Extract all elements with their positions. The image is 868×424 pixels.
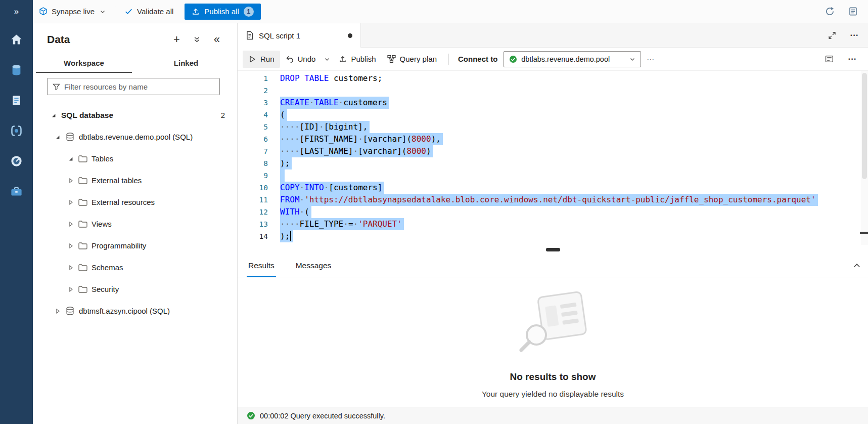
text-cursor (290, 231, 291, 241)
rail-item-manage[interactable] (0, 176, 33, 206)
overview-ruler-mark (860, 232, 868, 234)
rail-item-home[interactable] (0, 24, 33, 55)
code-line-2[interactable]: 2 (238, 84, 868, 97)
tab-messages[interactable]: Messages (294, 254, 333, 277)
folder-icon (78, 264, 87, 271)
rail-item-data[interactable] (0, 55, 33, 85)
no-results-illustration (515, 288, 591, 355)
tab-results[interactable]: Results (247, 254, 276, 277)
rail-item-integrate[interactable] (0, 115, 33, 146)
code-line-3[interactable]: 3CREATE·TABLE·customers (238, 97, 868, 109)
line-number: 4 (238, 109, 268, 121)
panel-splitter[interactable] (238, 245, 868, 254)
code-line-4[interactable]: 4( (238, 109, 868, 121)
results-tab-bar: Results Messages (238, 254, 868, 277)
toolbar-more-button[interactable]: ··· (641, 51, 660, 68)
expanded-twistie-icon[interactable] (54, 134, 61, 141)
filter-input[interactable] (64, 82, 214, 91)
release-notes-button[interactable] (845, 4, 861, 20)
tab-workspace[interactable]: Workspace (33, 53, 135, 73)
tab-linked[interactable]: Linked (135, 53, 237, 73)
code-line-content: ····[LAST_NAME]·[varchar](8000) (280, 145, 433, 157)
tree-item-tables[interactable]: Tables (33, 148, 237, 169)
tree-item-security[interactable]: Security (33, 278, 237, 300)
run-button[interactable]: Run (243, 51, 280, 68)
mode-switcher[interactable]: Synapse live (33, 0, 112, 23)
query-plan-button[interactable]: Query plan (382, 51, 442, 68)
splitter-handle-icon[interactable] (546, 248, 560, 251)
line-number: 5 (238, 121, 268, 133)
code-line-1[interactable]: 1DROP TABLE customers; (238, 72, 868, 84)
connect-to-label: Connect to (458, 55, 497, 63)
publish-button[interactable]: Publish (333, 51, 381, 68)
collapsed-twistie-icon[interactable] (67, 177, 74, 184)
tree-item-label: dbtlabs.revenue.demo.pool (SQL) (79, 133, 193, 141)
pool-select[interactable]: dbtlabs.revenue.demo.pool (504, 51, 641, 67)
validate-all-button[interactable]: Validate all (118, 0, 179, 23)
filter-funnel-icon (53, 83, 60, 91)
tree-item-sql-database[interactable]: SQL database2 (33, 104, 237, 126)
validate-check-icon (124, 7, 133, 16)
tree-item-external-tables[interactable]: External tables (33, 169, 237, 191)
toolbar-overflow-button[interactable]: ··· (844, 51, 861, 68)
code-line-6[interactable]: 6····[FIRST_NAME]·[varchar](8000), (238, 133, 868, 145)
collapsed-twistie-icon[interactable] (67, 199, 74, 206)
rail-item-develop[interactable] (0, 85, 33, 115)
code-line-7[interactable]: 7····[LAST_NAME]·[varchar](8000) (238, 145, 868, 157)
tree-item-schemas[interactable]: Schemas (33, 257, 237, 278)
code-editor[interactable]: 1DROP TABLE customers;23CREATE·TABLE·cus… (238, 71, 868, 245)
code-line-13[interactable]: 13····FILE_TYPE·=·'PARQUET' (238, 218, 868, 230)
undo-dropdown-button[interactable] (321, 51, 333, 68)
code-line-content: ····[FIRST_NAME]·[varchar](8000), (280, 133, 443, 145)
double-chevron-down-icon[interactable] (193, 36, 201, 44)
undo-button[interactable]: Undo (280, 51, 322, 68)
collapsed-twistie-icon[interactable] (54, 308, 61, 315)
publish-all-button[interactable]: Publish all 1 (185, 4, 260, 20)
tree-item-external-resources[interactable]: External resources (33, 191, 237, 213)
code-line-12[interactable]: 12WITH·( (238, 206, 868, 218)
top-bar-right (821, 4, 868, 20)
unsaved-dot-icon (348, 33, 352, 38)
collapsed-twistie-icon[interactable] (67, 286, 74, 293)
collapse-results-button[interactable] (846, 254, 868, 277)
expanded-twistie-icon[interactable] (67, 155, 74, 162)
expand-editor-button[interactable] (824, 27, 841, 44)
expanded-twistie-icon[interactable] (50, 112, 57, 119)
tree-item-programmability[interactable]: Programmability (33, 235, 237, 257)
code-line-10[interactable]: 10COPY·INTO·[customers] (238, 182, 868, 194)
connected-check-icon (509, 55, 517, 63)
tab-more-button[interactable]: ··· (846, 27, 863, 44)
tab-sql-script-1[interactable]: SQL script 1 (238, 23, 361, 48)
properties-panel-button[interactable] (820, 51, 838, 68)
rail-item-monitor[interactable] (0, 146, 33, 176)
code-line-11[interactable]: 11FROM·'https://dbtlabsynapsedatalake.bl… (238, 194, 868, 206)
collapsed-twistie-icon[interactable] (67, 242, 74, 249)
code-line-5[interactable]: 5····[ID]·[bigint], (238, 121, 868, 133)
collapsed-twistie-icon[interactable] (67, 264, 74, 271)
validate-all-label: Validate all (137, 7, 173, 16)
status-bar: 00:00:02 Query executed successfully. (238, 407, 868, 424)
collapse-panel-button[interactable]: « (214, 34, 220, 45)
code-line-14[interactable]: 14); (238, 230, 868, 242)
editor-scrollbar[interactable] (861, 71, 868, 245)
tree-item-dbtlabs-revenue-demo-pool-sql[interactable]: dbtlabs.revenue.demo.pool (SQL) (33, 126, 237, 148)
code-line-8[interactable]: 8); (238, 157, 868, 169)
code-line-content: ( (280, 109, 287, 121)
code-line-content: CREATE·TABLE·customers (280, 97, 389, 109)
resource-tree: SQL database2dbtlabs.revenue.demo.pool (… (33, 104, 237, 424)
collapsed-twistie-icon[interactable] (67, 221, 74, 228)
expand-sidebar-button[interactable]: » (0, 0, 33, 23)
scrollbar-thumb[interactable] (862, 73, 867, 179)
code-line-content: ); (280, 157, 292, 169)
line-number: 1 (238, 72, 268, 84)
add-resource-button[interactable]: + (173, 34, 180, 45)
tree-item-views[interactable]: Views (33, 213, 237, 235)
line-number: 12 (238, 206, 268, 218)
folder-icon (78, 177, 87, 184)
tree-item-dbtmsft-azsyn-cipool-sql[interactable]: dbtmsft.azsyn.cipool (SQL) (33, 300, 237, 322)
code-line-9[interactable]: 9 (238, 169, 868, 182)
tab-title: SQL script 1 (259, 31, 300, 40)
publish-all-label: Publish all (204, 7, 239, 16)
refresh-button[interactable] (821, 4, 838, 20)
tree-item-label: Views (92, 220, 112, 228)
